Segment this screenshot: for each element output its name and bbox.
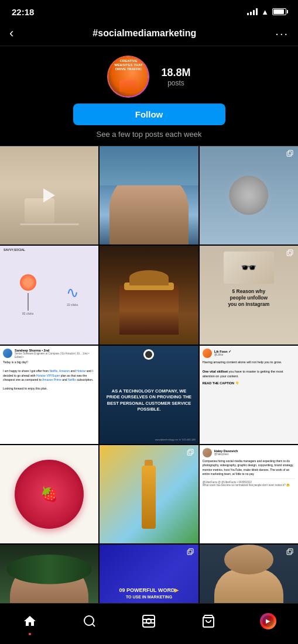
multi-image-icon: [187, 548, 195, 556]
svg-rect-8: [287, 550, 292, 555]
multi-image-icon: [187, 449, 195, 457]
multi-image-icon: [286, 249, 294, 257]
back-button[interactable]: ‹: [9, 26, 13, 41]
svg-rect-6: [187, 550, 192, 555]
posts-grid: 82 clicks ∿ 22 clicks SAVVY|SOCIAL 🕶️ 5 …: [0, 146, 298, 643]
grid-item[interactable]: [200, 146, 298, 244]
svg-point-10: [84, 616, 94, 625]
home-icon: [23, 614, 37, 628]
avatar-image: CREATIVE WEBSITES THAT DRIVE TRAFFIC: [108, 57, 148, 97]
posts-label: posts: [161, 79, 190, 87]
profile-avatar: ▶: [260, 613, 276, 629]
posts-number: 18.8M: [161, 67, 190, 79]
wifi-lollipop: ∿ 22 clicks: [66, 284, 79, 306]
hashtag-title: #socialmediamarketing: [13, 28, 275, 39]
grid-item[interactable]: [100, 146, 198, 244]
svg-rect-9: [288, 549, 293, 553]
grid-item[interactable]: [0, 146, 98, 244]
svg-rect-11: [143, 615, 155, 627]
posts-count: 18.8M posts: [161, 67, 190, 87]
svg-rect-0: [287, 152, 292, 157]
grid-item[interactable]: 🕶️ 5 Reason whypeople unfollowyou on Ins…: [200, 246, 298, 344]
top-nav: ‹ #socialmediamarketing ···: [0, 21, 298, 46]
grid-item[interactable]: [100, 246, 198, 344]
bottom-nav: ▶: [0, 603, 298, 644]
grid-item[interactable]: 🍓: [0, 445, 98, 543]
profile-play-icon: ▶: [266, 618, 270, 624]
video-play-icon: [43, 188, 55, 202]
home-nav-item[interactable]: [18, 609, 42, 633]
multi-image-icon: [286, 150, 294, 158]
svg-rect-1: [288, 150, 293, 155]
svg-rect-3: [288, 250, 293, 254]
status-time: 22:18: [12, 7, 34, 17]
grid-item[interactable]: AS A TECHNOLOGY COMPANY, WE PRIDE OURSEL…: [100, 346, 198, 444]
see-few-posts-text: See a few top posts each week: [97, 130, 202, 139]
svg-rect-4: [187, 450, 192, 455]
reels-icon: [142, 614, 156, 628]
svg-rect-2: [287, 252, 292, 256]
signal-icon: [247, 8, 258, 15]
reels-nav-item[interactable]: [137, 609, 160, 633]
home-nav-dot: [29, 633, 31, 635]
follow-button[interactable]: Follow: [73, 104, 225, 125]
profile-top: CREATIVE WEBSITES THAT DRIVE TRAFFIC 18.…: [12, 56, 286, 98]
search-nav-item[interactable]: [78, 609, 101, 633]
avatar: CREATIVE WEBSITES THAT DRIVE TRAFFIC: [107, 56, 149, 98]
grid-item[interactable]: Sandeep Sharma • 2nd Senior Software Eng…: [0, 346, 98, 444]
shop-icon: [201, 614, 215, 628]
svg-rect-5: [189, 449, 193, 454]
shop-nav-item[interactable]: [197, 609, 220, 633]
svg-rect-7: [189, 549, 193, 553]
multi-image-icon: [286, 548, 294, 556]
status-icons: ▲: [247, 8, 286, 16]
search-icon: [83, 614, 97, 628]
grid-item[interactable]: 82 clicks ∿ 22 clicks SAVVY|SOCIAL: [0, 246, 98, 344]
wifi-icon: ▲: [261, 8, 269, 16]
grid-item[interactable]: Lik Foon ✓ @Lkfoo Having amazing content…: [200, 346, 298, 444]
profile-nav-item[interactable]: ▶: [256, 609, 280, 633]
grid-item[interactable]: [100, 445, 198, 543]
lollipop-left: 82 clicks: [20, 274, 36, 315]
status-bar: 22:18 ▲: [0, 0, 298, 21]
more-options-button[interactable]: ···: [275, 27, 289, 40]
profile-header: CREATIVE WEBSITES THAT DRIVE TRAFFIC 18.…: [0, 46, 298, 146]
grid-item[interactable]: Haley Dasovich @haleydaso Companies hiri…: [200, 445, 298, 543]
battery-icon: [272, 8, 286, 15]
